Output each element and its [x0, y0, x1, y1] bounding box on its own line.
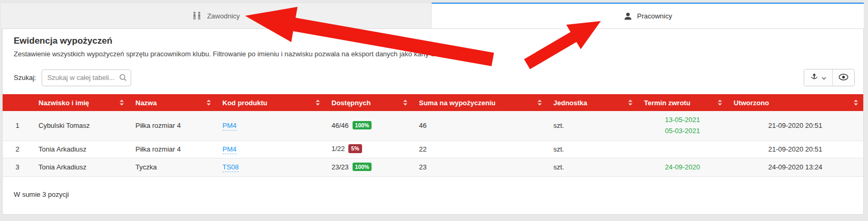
cell-return-date: [638, 140, 727, 158]
cell-row-index: 1: [3, 111, 32, 140]
availability-badge: 100%: [353, 121, 372, 130]
tab-zawodnicy[interactable]: Zawodnicy: [0, 3, 432, 28]
search-icon: [119, 74, 127, 83]
chevron-down-icon: [822, 74, 826, 82]
column-header-created[interactable]: Utworzono: [727, 94, 863, 111]
column-header-product[interactable]: Nazwa: [129, 94, 216, 111]
cell-created: 24-09-2020 13:24: [727, 158, 863, 177]
two-people-icon: [192, 12, 202, 20]
product-code-link[interactable]: PM4: [222, 122, 237, 130]
column-header-label: Kod produktu: [222, 99, 267, 107]
tab-label-pracownicy: Pracownicy: [637, 12, 672, 20]
column-header-sum[interactable]: Suma na wypożyczeniu: [413, 94, 547, 111]
cell-sum: 46: [413, 111, 547, 140]
column-header-label: Nazwa: [135, 99, 157, 107]
column-header-label: Nazwisko i imię: [38, 99, 89, 107]
cell-row-index: 2: [3, 140, 32, 158]
table-body: 1Cybulski TomaszPiłka rozmiar 4PM446/461…: [3, 111, 863, 177]
table-summary: W sumie 3 pozycji: [3, 177, 863, 212]
table-row[interactable]: 2Tonia ArkadiuszPiłka rozmiar 4PM41/225%…: [3, 140, 863, 158]
sort-icon[interactable]: [718, 100, 722, 106]
sort-icon[interactable]: [538, 100, 542, 106]
column-header-label: Dostępnych: [331, 99, 370, 107]
search-label: Szukaj:: [14, 74, 36, 82]
available-count: 1/22: [331, 145, 345, 153]
cell-product-name: Piłka rozmiar 4: [129, 140, 216, 158]
table-row[interactable]: 1Cybulski TomaszPiłka rozmiar 4PM446/461…: [3, 111, 863, 140]
loans-table: Nazwisko i imię Nazwa Kod produktu Dostę…: [3, 94, 863, 177]
tab-pracownicy[interactable]: Pracownicy: [432, 3, 864, 28]
availability-badge: 5%: [348, 144, 362, 153]
column-header-label: Jednostka: [553, 99, 587, 107]
sort-icon[interactable]: [120, 100, 124, 106]
cell-product-code: TS08: [216, 158, 325, 177]
cell-available: 1/225%: [325, 140, 413, 158]
eye-icon: [838, 74, 849, 82]
product-code-link[interactable]: TS08: [222, 163, 239, 172]
person-icon: [623, 12, 632, 21]
tab-bar: Zawodnicy Pracownicy: [0, 3, 864, 28]
cell-product-name: Tyczka: [129, 158, 216, 177]
cell-row-index: 3: [3, 158, 32, 177]
column-header-label: Termin zwrotu: [644, 99, 690, 107]
cell-unit: szt.: [547, 158, 638, 177]
export-button[interactable]: [804, 69, 832, 86]
visibility-button[interactable]: [832, 69, 854, 86]
cell-sum: 23: [413, 158, 547, 177]
sort-icon[interactable]: [854, 100, 858, 106]
cell-created: 21-09-2020 20:51: [727, 140, 863, 158]
tab-label-zawodnicy: Zawodnicy: [207, 12, 240, 20]
column-header-unit[interactable]: Jednostka: [547, 94, 638, 111]
loans-panel: Ewidencja wypożyczeń Zestawienie wszystk…: [2, 28, 864, 215]
sort-icon[interactable]: [628, 100, 632, 106]
sort-icon[interactable]: [403, 100, 407, 106]
page-title: Ewidencja wypożyczeń: [14, 36, 853, 46]
sort-icon[interactable]: [316, 100, 320, 106]
cell-unit: szt.: [547, 111, 638, 140]
column-header-label: Suma na wypożyczeniu: [419, 99, 495, 107]
column-header-index: [3, 94, 32, 111]
cell-unit: szt.: [547, 140, 638, 158]
return-date: 24-09-2020: [644, 162, 721, 173]
cell-return-date: 24-09-2020: [638, 158, 727, 177]
cell-product-code: PM4: [216, 140, 325, 158]
cell-name: Cybulski Tomasz: [32, 111, 129, 140]
availability-badge: 100%: [353, 163, 372, 172]
available-count: 23/23: [331, 163, 349, 171]
table-toolbar: [804, 69, 855, 86]
cell-return-date: 13-05-202105-03-2021: [638, 111, 727, 140]
page-subtitle: Zestawienie wszystkich wypożyczeń sprzęt…: [14, 50, 853, 58]
table-header-row: Nazwisko i imię Nazwa Kod produktu Dostę…: [3, 94, 863, 111]
search-input[interactable]: [42, 69, 131, 86]
column-header-return-date[interactable]: Termin zwrotu: [638, 94, 727, 111]
cell-available: 46/46100%: [325, 111, 413, 140]
return-date: 05-03-2021: [644, 126, 721, 137]
cell-product-name: Piłka rozmiar 4: [129, 111, 216, 140]
table-row[interactable]: 3Tonia ArkadiuszTyczkaTS0823/23100%23szt…: [3, 158, 863, 177]
available-count: 46/46: [331, 122, 349, 129]
cell-name: Tonia Arkadiusz: [32, 140, 129, 158]
column-header-label: Utworzono: [734, 99, 769, 107]
column-header-name[interactable]: Nazwisko i imię: [32, 94, 129, 111]
column-header-available[interactable]: Dostępnych: [325, 94, 413, 111]
cell-created: 21-09-2020 20:51: [727, 111, 863, 140]
cell-sum: 22: [413, 140, 547, 158]
product-code-link[interactable]: PM4: [222, 145, 237, 154]
return-date: 13-05-2021: [644, 115, 721, 126]
column-header-code[interactable]: Kod produktu: [216, 94, 325, 111]
sort-icon[interactable]: [207, 100, 211, 106]
cell-product-code: PM4: [216, 111, 325, 140]
cell-name: Tonia Arkadiusz: [32, 158, 129, 177]
export-icon: [810, 73, 818, 83]
cell-available: 23/23100%: [325, 158, 413, 177]
